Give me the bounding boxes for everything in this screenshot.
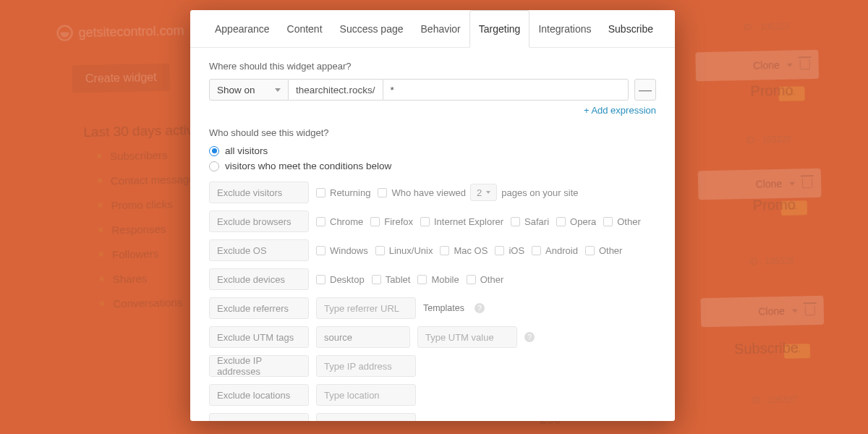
modal-body: Where should this widget appear? Show on… (190, 48, 675, 421)
utm-param-select[interactable]: source (316, 326, 410, 348)
radio-all-visitors[interactable] (209, 146, 219, 156)
condition-utm-row: Exclude UTM tags source Type UTM value ? (209, 326, 656, 348)
caret-down-icon (275, 88, 281, 92)
browser-other-checkbox[interactable] (603, 217, 613, 226)
device-mobile-checkbox[interactable] (417, 275, 427, 284)
where-heading: Where should this widget appear? (209, 61, 656, 72)
condition-devices-row: Exclude devices Desktop Tablet Mobile Ot… (209, 268, 656, 290)
add-expression-link[interactable]: + Add expression (209, 105, 656, 116)
browser-chrome-checkbox[interactable] (316, 217, 326, 226)
os-ios-checkbox[interactable] (495, 246, 504, 255)
condition-languages-row: Exclude languages Type language (209, 413, 656, 421)
caret-down-icon (486, 191, 490, 194)
language-input[interactable]: Type language (316, 413, 416, 421)
show-on-select[interactable]: Show on (209, 79, 289, 101)
radio-all-visitors-label: all visitors (225, 145, 268, 156)
ip-address-input[interactable]: Type IP address (316, 355, 416, 377)
url-prefix: thearchitect.rocks/ (289, 79, 383, 101)
tab-behavior[interactable]: Behavior (412, 11, 469, 47)
tab-appearance[interactable]: Appearance (206, 11, 278, 47)
show-on-label: Show on (217, 85, 255, 95)
exclude-utm-select[interactable]: Exclude UTM tags (209, 326, 309, 348)
viewed-pages-checkbox[interactable] (378, 188, 387, 197)
tab-integrations[interactable]: Integrations (529, 11, 600, 47)
radio-conditional-visitors[interactable] (209, 161, 219, 171)
condition-visitors-row: Exclude visitors Returning Who have view… (209, 182, 656, 203)
utm-value-input[interactable]: Type UTM value (417, 326, 517, 348)
location-input[interactable]: Type location (316, 384, 416, 406)
browser-opera-checkbox[interactable] (556, 217, 566, 226)
help-icon[interactable]: ? (475, 303, 485, 313)
exclude-devices-select[interactable]: Exclude devices (209, 268, 309, 290)
returning-checkbox[interactable] (316, 188, 326, 197)
tab-success-page[interactable]: Success page (331, 11, 412, 47)
browser-safari-checkbox[interactable] (511, 217, 520, 226)
exclude-visitors-select[interactable]: Exclude visitors (209, 182, 309, 203)
condition-ip-row: Exclude IP addresses Type IP address (209, 355, 656, 377)
os-macos-checkbox[interactable] (440, 246, 449, 255)
condition-locations-row: Exclude locations Type location (209, 384, 656, 406)
exclude-referrers-select[interactable]: Exclude referrers (209, 297, 309, 319)
exclude-browsers-select[interactable]: Exclude browsers (209, 210, 309, 232)
device-desktop-checkbox[interactable] (316, 275, 326, 284)
url-pattern-value: * (391, 85, 394, 95)
subscribe-link[interactable]: Subscribe (608, 23, 659, 35)
browser-firefox-checkbox[interactable] (370, 217, 380, 226)
condition-os-row: Exclude OS Windows Linux/Unix Mac OS iOS… (209, 239, 656, 261)
browser-ie-checkbox[interactable] (420, 217, 430, 226)
widget-settings-modal: Appearance Content Success page Behavior… (190, 10, 675, 421)
tab-targeting[interactable]: Targeting (469, 10, 530, 48)
conditions-section: Exclude visitors Returning Who have view… (209, 182, 656, 421)
os-windows-checkbox[interactable] (316, 246, 326, 255)
os-other-checkbox[interactable] (585, 246, 595, 255)
url-pattern-input[interactable]: * (383, 79, 629, 101)
device-other-checkbox[interactable] (467, 275, 476, 284)
modal-tabs: Appearance Content Success page Behavior… (190, 10, 675, 48)
os-linux-checkbox[interactable] (375, 246, 385, 255)
remove-expression-button[interactable]: — (634, 79, 656, 101)
who-heading: Who should see this widget? (209, 127, 656, 138)
condition-referrers-row: Exclude referrers Type referrer URL Temp… (209, 297, 656, 319)
device-tablet-checkbox[interactable] (372, 275, 381, 284)
tab-content[interactable]: Content (278, 11, 331, 47)
exclude-ip-select[interactable]: Exclude IP addresses (209, 355, 309, 377)
radio-conditional-visitors-label: visitors who meet the conditions below (225, 161, 391, 171)
referrer-url-input[interactable]: Type referrer URL (316, 297, 416, 319)
exclude-languages-select[interactable]: Exclude languages (209, 413, 309, 421)
viewed-pages-stepper[interactable]: 2 (470, 184, 497, 201)
os-android-checkbox[interactable] (532, 246, 541, 255)
exclude-os-select[interactable]: Exclude OS (209, 239, 309, 261)
help-icon[interactable]: ? (524, 332, 535, 342)
minus-icon: — (639, 83, 652, 96)
templates-dropdown[interactable]: Templates (423, 303, 467, 313)
exclude-locations-select[interactable]: Exclude locations (209, 384, 309, 406)
condition-browsers-row: Exclude browsers Chrome Firefox Internet… (209, 210, 656, 232)
